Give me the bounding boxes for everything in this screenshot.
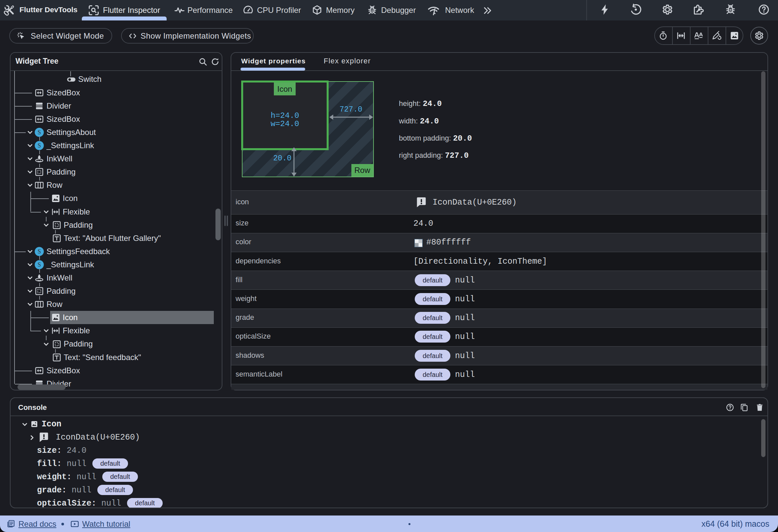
svg-text:S: S: [37, 142, 41, 149]
svg-text:S: S: [37, 248, 41, 255]
svg-text:S: S: [37, 129, 41, 136]
svg-text:S: S: [37, 261, 41, 268]
